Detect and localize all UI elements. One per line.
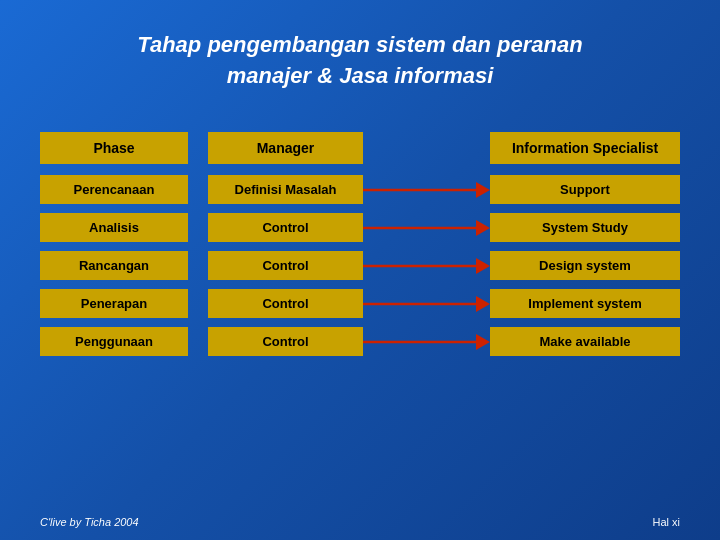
header-manager: Manager (208, 132, 363, 164)
title-line1: Tahap pengembangan sistem dan peranan (137, 32, 582, 57)
info-cell: Implement system (490, 289, 680, 318)
phase-cell: Analisis (40, 213, 188, 242)
table-area: Phase Manager Information Specialist Per… (40, 132, 680, 364)
arrow-wrapper (363, 288, 490, 320)
svg-marker-7 (476, 296, 490, 312)
arrow-icon (363, 212, 490, 244)
phase-cell: Penggunaan (40, 327, 188, 356)
arrow-wrapper (363, 174, 490, 206)
data-rows-container: Perencanaan Definisi Masalah Support Ana… (40, 174, 680, 364)
phase-cell: Rancangan (40, 251, 188, 280)
arrow-icon (363, 288, 490, 320)
table-row: Perencanaan Definisi Masalah Support (40, 174, 680, 206)
slide-title: Tahap pengembangan sistem dan peranan ma… (137, 30, 582, 92)
header-phase: Phase (40, 132, 188, 164)
arrow-wrapper (363, 326, 490, 358)
arrow-icon (363, 250, 490, 282)
arrow-icon (363, 174, 490, 206)
footer-right: Hal xi (652, 516, 680, 528)
info-cell: Support (490, 175, 680, 204)
table-row: Analisis Control System Study (40, 212, 680, 244)
table-row: Penggunaan Control Make available (40, 326, 680, 358)
svg-marker-3 (476, 220, 490, 236)
slide: Tahap pengembangan sistem dan peranan ma… (0, 0, 720, 540)
info-cell: Make available (490, 327, 680, 356)
manager-cell: Definisi Masalah (208, 175, 363, 204)
arrow-wrapper (363, 212, 490, 244)
table-row: Penerapan Control Implement system (40, 288, 680, 320)
info-cell: Design system (490, 251, 680, 280)
footer-left: C'live by Ticha 2004 (40, 516, 139, 528)
title-line2: manajer & Jasa informasi (227, 63, 494, 88)
info-cell: System Study (490, 213, 680, 242)
svg-marker-9 (476, 334, 490, 350)
manager-cell: Control (208, 251, 363, 280)
phase-cell: Perencanaan (40, 175, 188, 204)
svg-marker-5 (476, 258, 490, 274)
svg-marker-1 (476, 182, 490, 198)
header-row: Phase Manager Information Specialist (40, 132, 680, 164)
header-info-specialist: Information Specialist (490, 132, 680, 164)
arrow-wrapper (363, 250, 490, 282)
manager-cell: Control (208, 327, 363, 356)
table-row: Rancangan Control Design system (40, 250, 680, 282)
phase-cell: Penerapan (40, 289, 188, 318)
arrow-icon (363, 326, 490, 358)
manager-cell: Control (208, 213, 363, 242)
manager-cell: Control (208, 289, 363, 318)
